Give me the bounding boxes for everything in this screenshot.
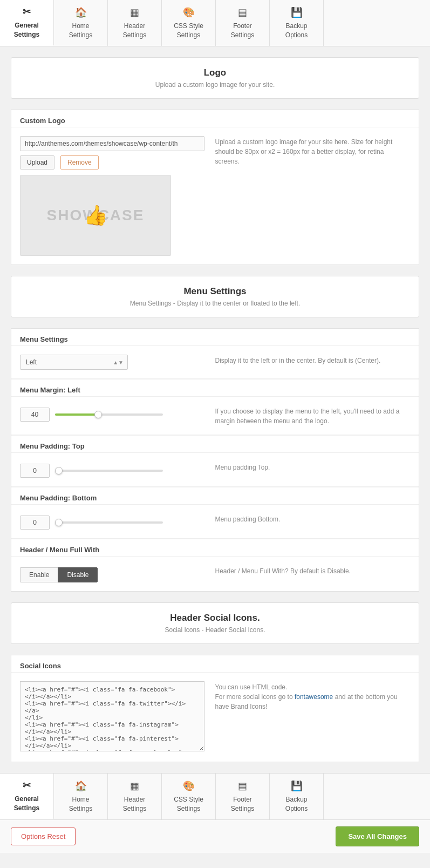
social-section-header: Header Social Icons. Social Icons - Head… — [11, 602, 419, 644]
bottom-nav-css-style-settings-label: CSS StyleSettings — [174, 795, 203, 813]
bottom-nav-backup-options-label: BackupOptions — [285, 795, 308, 813]
social-icons-textarea[interactable]: <li><a href="#"><i class="fa fa-facebook… — [20, 681, 204, 751]
nav-header-settings-label: HeaderSettings — [123, 22, 146, 40]
bottom-nav-item-backup-options[interactable]: 💾 BackupOptions — [270, 774, 324, 819]
menu-settings-label: Menu Settings — [20, 335, 68, 343]
logo-section-title: Logo — [21, 67, 409, 78]
menu-settings-row: Left Center ▲▼ Display it to the left or… — [11, 346, 419, 379]
bottom-nav-home-settings-label: HomeSettings — [69, 795, 92, 813]
nav-item-general-settings[interactable]: ✂ GeneralSettings — [0, 0, 54, 46]
menu-padding-top-thumb[interactable] — [55, 467, 63, 474]
footer-settings-icon: ▤ — [238, 6, 247, 19]
menu-settings-input-col: Left Center ▲▼ — [20, 355, 215, 370]
bottom-navigation: ✂ GeneralSettings 🏠 HomeSettings ▦ Heade… — [0, 773, 430, 819]
social-icons-description: You can use HTML code.For more social ic… — [215, 681, 411, 711]
save-changes-button[interactable]: Save All Changes — [336, 826, 419, 846]
bottom-css-style-settings-icon: 🎨 — [183, 779, 195, 793]
bottom-backup-options-icon: 💾 — [291, 779, 303, 793]
custom-logo-section: Custom Logo Upload Remove SHOWCASE 👍 Upl… — [11, 110, 419, 265]
menu-padding-bottom-label: Menu Padding: Bottom — [20, 494, 97, 502]
bottom-nav-item-general-settings[interactable]: ✂ GeneralSettings — [0, 774, 54, 819]
menu-section-title: Menu Settings — [21, 286, 409, 297]
options-reset-button[interactable]: Options Reset — [11, 828, 76, 845]
disable-button[interactable]: Disable — [58, 567, 98, 582]
general-settings-icon: ✂ — [23, 5, 31, 19]
menu-padding-bottom-track[interactable] — [55, 521, 163, 524]
menu-margin-label: Menu Margin: Left — [20, 386, 80, 394]
bottom-nav-item-header-settings[interactable]: ▦ HeaderSettings — [108, 774, 162, 819]
menu-padding-bottom-value[interactable] — [20, 516, 50, 530]
logo-preview: SHOWCASE 👍 — [20, 175, 171, 256]
fontawesome-link[interactable]: fontawesome — [295, 693, 333, 701]
logo-url-row: Upload Remove SHOWCASE 👍 Upload a custom… — [11, 127, 419, 265]
menu-margin-fill — [55, 413, 98, 416]
menu-padding-bottom-input-col — [20, 513, 215, 530]
bottom-nav-header-settings-label: HeaderSettings — [123, 795, 146, 813]
menu-settings-select[interactable]: Left Center — [20, 355, 128, 370]
logo-section-header: Logo Upload a custom logo image for your… — [11, 57, 419, 99]
bottom-nav-footer-settings-label: FooterSettings — [231, 795, 254, 813]
bottom-nav-item-home-settings[interactable]: 🏠 HomeSettings — [54, 774, 108, 819]
logo-section-description: Upload a custom logo image for your site… — [21, 81, 409, 89]
header-settings-icon: ▦ — [130, 6, 139, 19]
nav-item-backup-options[interactable]: 💾 BackupOptions — [270, 0, 324, 46]
nav-backup-options-label: BackupOptions — [285, 22, 308, 40]
menu-padding-top-input-col — [20, 462, 215, 478]
menu-settings-section: Menu Settings Left Center ▲▼ Display it … — [11, 328, 419, 592]
social-icons-label: Social Icons — [20, 662, 61, 670]
menu-settings-description: Display it to the left or in the center.… — [215, 355, 411, 365]
header-menu-toggle-group: Enable Disable — [20, 567, 204, 582]
menu-margin-thumb[interactable] — [94, 411, 102, 418]
menu-padding-top-track[interactable] — [55, 470, 163, 472]
nav-item-css-style-settings[interactable]: 🎨 CSS StyleSettings — [162, 0, 216, 46]
menu-margin-value[interactable] — [20, 408, 50, 422]
menu-margin-track[interactable] — [55, 413, 163, 416]
enable-button[interactable]: Enable — [20, 567, 58, 582]
nav-item-footer-settings[interactable]: ▤ FooterSettings — [216, 0, 270, 46]
header-menu-full-width-label: Header / Menu Full With — [20, 546, 99, 554]
bottom-footer-settings-icon: ▤ — [238, 779, 247, 793]
menu-padding-bottom-description: Menu padding Bottom. — [215, 513, 411, 524]
custom-logo-label: Custom Logo — [20, 117, 65, 125]
top-navigation: ✂ GeneralSettings 🏠 HomeSettings ▦ Heade… — [0, 0, 430, 46]
menu-padding-top-slider-row — [20, 464, 204, 478]
social-icons-input-col: <li><a href="#"><i class="fa fa-facebook… — [20, 681, 215, 753]
menu-margin-row: If you choose to display the menu to the… — [11, 397, 419, 435]
menu-padding-bottom-slider-row — [20, 516, 204, 530]
menu-settings-select-wrapper: Left Center ▲▼ — [20, 355, 128, 370]
nav-item-home-settings[interactable]: 🏠 HomeSettings — [54, 0, 108, 46]
menu-padding-top-description: Menu padding Top. — [215, 462, 411, 472]
nav-general-settings-label: GeneralSettings — [14, 21, 39, 39]
menu-padding-top-row: Menu padding Top. — [11, 453, 419, 487]
remove-button[interactable]: Remove — [60, 155, 99, 169]
bottom-header-settings-icon: ▦ — [130, 779, 139, 793]
nav-item-header-settings[interactable]: ▦ HeaderSettings — [108, 0, 162, 46]
social-section-title: Header Social Icons. — [21, 613, 409, 623]
backup-options-icon: 💾 — [291, 6, 303, 19]
css-style-settings-icon: 🎨 — [183, 6, 195, 19]
nav-css-style-settings-label: CSS StyleSettings — [174, 22, 203, 40]
home-settings-icon: 🏠 — [75, 6, 87, 19]
menu-padding-bottom-thumb[interactable] — [55, 519, 63, 526]
bottom-general-settings-icon: ✂ — [23, 779, 31, 792]
header-menu-full-width-input-col: Enable Disable — [20, 565, 215, 582]
menu-margin-description: If you choose to display the menu to the… — [215, 405, 411, 426]
menu-padding-top-value[interactable] — [20, 464, 50, 478]
bottom-nav-item-footer-settings[interactable]: ▤ FooterSettings — [216, 774, 270, 819]
nav-footer-settings-label: FooterSettings — [231, 22, 254, 40]
menu-margin-slider-row — [20, 408, 204, 422]
menu-section-header: Menu Settings Menu Settings - Display it… — [11, 276, 419, 317]
logo-url-input[interactable] — [20, 136, 204, 151]
social-section-description: Social Icons - Header Social Icons. — [21, 626, 409, 634]
header-menu-full-width-row: Enable Disable Header / Menu Full With? … — [11, 557, 419, 591]
menu-section-description: Menu Settings - Display it to the center… — [21, 300, 409, 307]
bottom-actions: Options Reset Save All Changes — [0, 819, 430, 853]
menu-margin-input-col — [20, 405, 215, 422]
upload-button[interactable]: Upload — [20, 155, 54, 169]
social-icons-row: <li><a href="#"><i class="fa fa-facebook… — [11, 673, 419, 762]
bottom-nav-item-css-style-settings[interactable]: 🎨 CSS StyleSettings — [162, 774, 216, 819]
menu-padding-bottom-row: Menu padding Bottom. — [11, 505, 419, 539]
logo-url-col: Upload Remove SHOWCASE 👍 — [20, 136, 215, 256]
logo-description: Upload a custom logo image for your site… — [215, 136, 411, 166]
bottom-nav-general-settings-label: GeneralSettings — [14, 795, 39, 813]
